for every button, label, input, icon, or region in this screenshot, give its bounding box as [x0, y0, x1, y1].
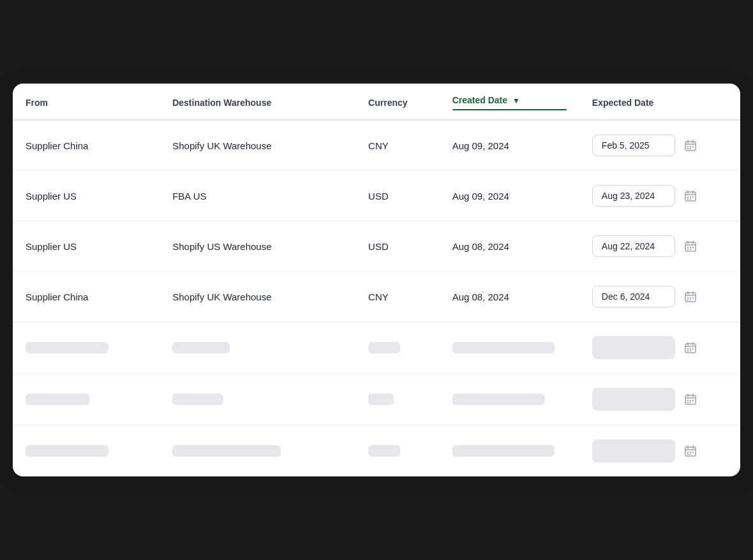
skeleton-curr-0: [355, 322, 440, 374]
table-wrapper: From Destination Warehouse Currency Crea…: [13, 84, 740, 476]
svg-rect-32: [690, 400, 691, 401]
calendar-icon-3[interactable]: [680, 286, 701, 307]
svg-rect-21: [692, 297, 694, 298]
cell-currency-3: CNY: [355, 272, 440, 322]
col-header-expected-date[interactable]: Expected Date: [579, 84, 740, 120]
svg-rect-3: [692, 146, 694, 147]
svg-rect-16: [687, 249, 689, 250]
expected-date-input-2[interactable]: Aug 22, 2024: [592, 235, 675, 257]
cell-destination-3: Shopify UK Warehouse: [160, 272, 355, 322]
svg-rect-23: [690, 299, 691, 300]
cell-from-3: Supplier China: [13, 272, 160, 322]
svg-rect-35: [690, 402, 691, 403]
col-header-created-date[interactable]: Created Date ▼: [440, 84, 579, 120]
skeleton-curr-2: [355, 425, 440, 477]
svg-rect-5: [690, 148, 691, 149]
svg-rect-25: [687, 348, 689, 350]
svg-rect-1: [687, 146, 689, 147]
col-destination-label: Destination Warehouse: [172, 98, 271, 108]
skeleton-row: [13, 374, 740, 425]
col-created-date-label: Created Date: [452, 95, 507, 105]
svg-rect-11: [690, 198, 691, 200]
svg-rect-19: [687, 297, 689, 298]
skeleton-curr-1: [355, 374, 440, 425]
calendar-icon-1[interactable]: [680, 186, 701, 206]
svg-rect-14: [690, 247, 691, 248]
cell-created-date-1: Aug 09, 2024: [440, 171, 579, 221]
skeleton-row: [13, 322, 740, 374]
purchase-orders-table: From Destination Warehouse Currency Crea…: [13, 84, 740, 476]
cell-destination-0: Shopify UK Warehouse: [160, 120, 355, 171]
table-row: Supplier China Shopify UK Warehouse CNY …: [13, 120, 740, 171]
data-table-card: From Destination Warehouse Currency Crea…: [13, 84, 740, 476]
svg-rect-27: [692, 348, 694, 350]
cell-from-0: Supplier China: [13, 120, 160, 171]
svg-rect-39: [692, 452, 694, 453]
calendar-icon-0[interactable]: [680, 135, 701, 156]
svg-rect-2: [690, 146, 691, 147]
skeleton-dest-0: [160, 322, 355, 374]
table-header-row: From Destination Warehouse Currency Crea…: [13, 84, 740, 120]
skeleton-dest-2: [160, 425, 355, 477]
col-header-from[interactable]: From: [13, 84, 160, 120]
svg-rect-38: [690, 452, 691, 453]
cell-destination-1: FBA US: [160, 171, 355, 221]
skeleton-dest-1: [160, 374, 355, 425]
skeleton-calendar-icon-1[interactable]: [680, 389, 701, 409]
svg-rect-28: [687, 350, 689, 351]
svg-rect-7: [687, 196, 689, 198]
cell-from-1: Supplier US: [13, 171, 160, 221]
cell-destination-2: Shopify US Warehouse: [160, 221, 355, 272]
svg-rect-34: [687, 402, 689, 403]
cell-expected-date-0: Feb 5, 2025: [579, 120, 740, 171]
table-row: Supplier US FBA US USD Aug 09, 2024 Aug …: [13, 171, 740, 221]
skeleton-from-1: [13, 374, 160, 425]
table-row: Supplier China Shopify UK Warehouse CNY …: [13, 272, 740, 322]
expected-date-input-1[interactable]: Aug 23, 2024: [592, 185, 675, 207]
svg-rect-29: [690, 350, 691, 351]
svg-rect-33: [692, 400, 694, 401]
skeleton-from-0: [13, 322, 160, 374]
col-header-currency[interactable]: Currency: [355, 84, 440, 120]
calendar-icon-2[interactable]: [680, 236, 701, 256]
skeleton-created-0: [440, 322, 579, 374]
col-header-destination[interactable]: Destination Warehouse: [160, 84, 355, 120]
col-expected-date-label: Expected Date: [592, 98, 653, 108]
svg-rect-10: [687, 198, 689, 200]
svg-rect-40: [687, 453, 689, 455]
svg-rect-8: [690, 196, 691, 198]
svg-rect-4: [687, 148, 689, 149]
cell-created-date-3: Aug 08, 2024: [440, 272, 579, 322]
skeleton-expected-2: [579, 425, 740, 477]
svg-rect-13: [687, 247, 689, 248]
cell-expected-date-1: Aug 23, 2024: [579, 171, 740, 221]
expected-date-input-0[interactable]: Feb 5, 2025: [592, 135, 675, 156]
cell-created-date-2: Aug 08, 2024: [440, 221, 579, 272]
skeleton-created-1: [440, 374, 579, 425]
cell-expected-date-2: Aug 22, 2024: [579, 221, 740, 272]
svg-rect-41: [690, 453, 691, 455]
cell-from-2: Supplier US: [13, 221, 160, 272]
svg-rect-17: [690, 249, 691, 250]
expected-date-input-3[interactable]: Dec 6, 2024: [592, 286, 675, 307]
sort-arrow-icon: ▼: [512, 96, 520, 105]
skeleton-expected-0: [579, 322, 740, 374]
skeleton-calendar-icon-0[interactable]: [680, 337, 701, 358]
col-from-label: From: [26, 98, 48, 108]
cell-currency-2: USD: [355, 221, 440, 272]
skeleton-expected-1: [579, 374, 740, 425]
cell-created-date-0: Aug 09, 2024: [440, 120, 579, 171]
svg-rect-26: [690, 348, 691, 350]
svg-rect-20: [690, 297, 691, 298]
svg-rect-37: [687, 452, 689, 453]
table-row: Supplier US Shopify US Warehouse USD Aug…: [13, 221, 740, 272]
active-col-underline: [452, 109, 567, 110]
skeleton-calendar-icon-2[interactable]: [680, 441, 701, 461]
skeleton-from-2: [13, 425, 160, 477]
cell-expected-date-3: Dec 6, 2024: [579, 272, 740, 322]
skeleton-row: [13, 425, 740, 477]
svg-rect-9: [692, 196, 694, 198]
skeleton-created-2: [440, 425, 579, 477]
svg-rect-22: [687, 299, 689, 300]
cell-currency-0: CNY: [355, 120, 440, 171]
